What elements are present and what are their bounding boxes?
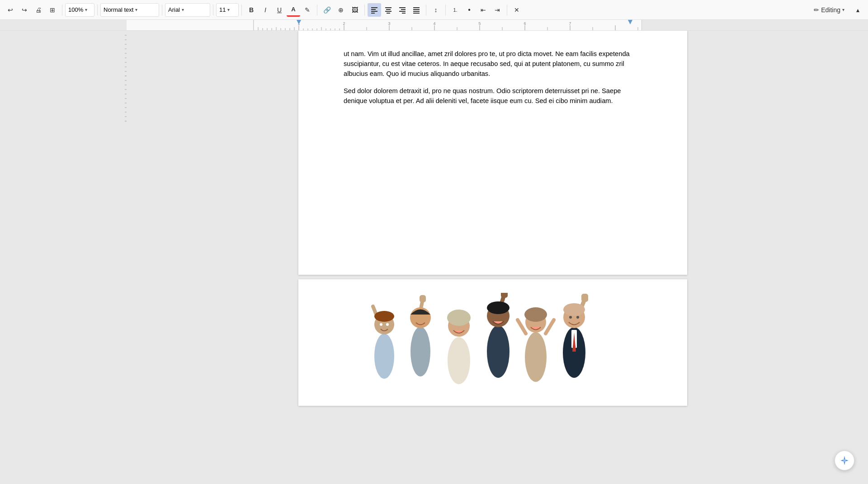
people-svg	[335, 293, 651, 388]
increase-indent-button[interactable]: ⇥	[491, 3, 504, 17]
svg-point-99	[524, 307, 547, 322]
align-justify-button[interactable]	[410, 3, 423, 17]
svg-point-92	[487, 325, 509, 378]
svg-point-82	[386, 323, 389, 326]
person-4	[487, 293, 509, 378]
divider-10	[507, 5, 507, 15]
svg-point-85	[410, 327, 430, 376]
divider-6	[317, 5, 317, 15]
svg-point-110	[843, 459, 846, 462]
person-2	[410, 295, 431, 376]
tab-stop-right-marker	[628, 20, 632, 24]
font-chevron: ▾	[182, 7, 184, 12]
edit-pencil-icon: ✏	[814, 6, 819, 14]
page-1-content[interactable]: ut nam. Vim ut illud ancillae, amet zril…	[298, 31, 687, 131]
decrease-indent-button[interactable]: ⇤	[476, 3, 490, 17]
align-center-button[interactable]	[382, 3, 395, 17]
svg-rect-1	[371, 9, 376, 10]
svg-rect-13	[413, 9, 420, 10]
insert-group: 🔗 ⊕ 🖼	[320, 3, 362, 17]
vertical-ruler	[122, 31, 127, 484]
zoom-selector[interactable]: 100% ▾	[65, 3, 94, 17]
svg-line-97	[546, 320, 554, 334]
svg-point-81	[380, 323, 382, 326]
toolbar: ↩ ↪ 🖨 ⊞ 100% ▾ Normal text ▾ Arial ▾ 11 …	[0, 0, 868, 20]
ai-assistant-button[interactable]	[835, 451, 854, 470]
svg-rect-0	[371, 7, 377, 8]
line-spacing-button[interactable]: ↕	[429, 3, 443, 17]
divider-3	[162, 5, 162, 15]
svg-rect-6	[385, 11, 392, 12]
divider-2	[97, 5, 98, 15]
svg-rect-7	[387, 13, 390, 14]
paragraph-1: ut nam. Vim ut illud ancillae, amet zril…	[344, 49, 642, 79]
svg-rect-2	[371, 11, 377, 12]
spacing-group: ↕	[429, 3, 443, 17]
svg-rect-5	[386, 9, 391, 10]
svg-rect-15	[413, 13, 420, 14]
left-sidebar	[0, 31, 127, 484]
underline-button[interactable]: U	[273, 3, 286, 17]
bold-button[interactable]: B	[245, 3, 258, 17]
history-group: ↩ ↪ 🖨 ⊞	[4, 3, 59, 17]
undo-button[interactable]: ↩	[4, 3, 17, 17]
size-selector[interactable]: 11 ▾	[216, 3, 239, 17]
svg-point-106	[563, 303, 585, 316]
collapse-button[interactable]: ▴	[851, 3, 864, 17]
svg-text:7: 7	[569, 21, 571, 26]
person-1	[373, 306, 394, 379]
svg-rect-14	[413, 11, 420, 12]
highlight-button[interactable]: ✎	[301, 3, 314, 17]
svg-text:5: 5	[478, 21, 481, 26]
editing-mode-button[interactable]: ✏ Editing ▾	[810, 5, 848, 15]
align-right-icon	[399, 6, 406, 14]
ai-sparkle-icon	[840, 456, 849, 465]
person-5	[518, 307, 554, 382]
svg-point-95	[525, 332, 547, 382]
page-2	[298, 279, 687, 406]
ruler-marks: 1 2 3 4 5 6 7	[253, 20, 642, 31]
clear-formatting-button[interactable]: ✕	[510, 3, 524, 17]
svg-rect-10	[399, 11, 406, 12]
image-button[interactable]: 🖼	[348, 3, 362, 17]
print-button[interactable]: 🖨	[32, 3, 45, 17]
paragraph-2: Sed dolor dolorem detraxit id, pro ne qu…	[344, 86, 642, 106]
align-center-icon	[385, 6, 392, 14]
svg-point-89	[447, 310, 471, 326]
text-color-button[interactable]: A	[287, 3, 300, 17]
format-paint-button[interactable]: ⊞	[46, 3, 59, 17]
italic-button[interactable]: I	[259, 3, 272, 17]
style-chevron: ▾	[135, 7, 137, 12]
svg-text:4: 4	[433, 21, 435, 26]
list-group: 1. • ⇤ ⇥	[448, 3, 504, 17]
font-selector[interactable]: Arial ▾	[165, 3, 210, 17]
redo-button[interactable]: ↪	[18, 3, 31, 17]
svg-rect-4	[385, 7, 392, 8]
editing-label: Editing	[821, 6, 840, 14]
right-sidebar	[859, 31, 868, 484]
svg-point-78	[374, 334, 394, 379]
svg-rect-12	[413, 7, 420, 8]
divider-5	[241, 5, 242, 15]
svg-text:3: 3	[388, 21, 390, 26]
person-6	[563, 294, 588, 378]
align-left-icon	[371, 6, 378, 14]
bullet-list-button[interactable]: •	[462, 3, 476, 17]
style-value: Normal text	[104, 6, 133, 13]
text-format-group: B I U A ✎	[245, 3, 314, 17]
editing-chevron: ▾	[842, 7, 844, 12]
svg-point-107	[569, 316, 572, 319]
svg-rect-8	[399, 7, 406, 8]
numbered-list-button[interactable]: 1.	[448, 3, 462, 17]
ruler-svg: 1 2 3 4 5 6 7	[254, 20, 642, 31]
vertical-ruler-svg	[122, 31, 127, 392]
style-selector[interactable]: Normal text ▾	[100, 3, 159, 17]
ruler-left-margin	[0, 20, 127, 31]
page-2-content	[298, 279, 687, 388]
align-left-button[interactable]	[368, 3, 381, 17]
font-value: Arial	[168, 6, 180, 13]
comment-button[interactable]: ⊕	[334, 3, 348, 17]
align-right-button[interactable]	[396, 3, 409, 17]
zoom-chevron: ▾	[85, 7, 87, 12]
link-button[interactable]: 🔗	[320, 3, 334, 17]
